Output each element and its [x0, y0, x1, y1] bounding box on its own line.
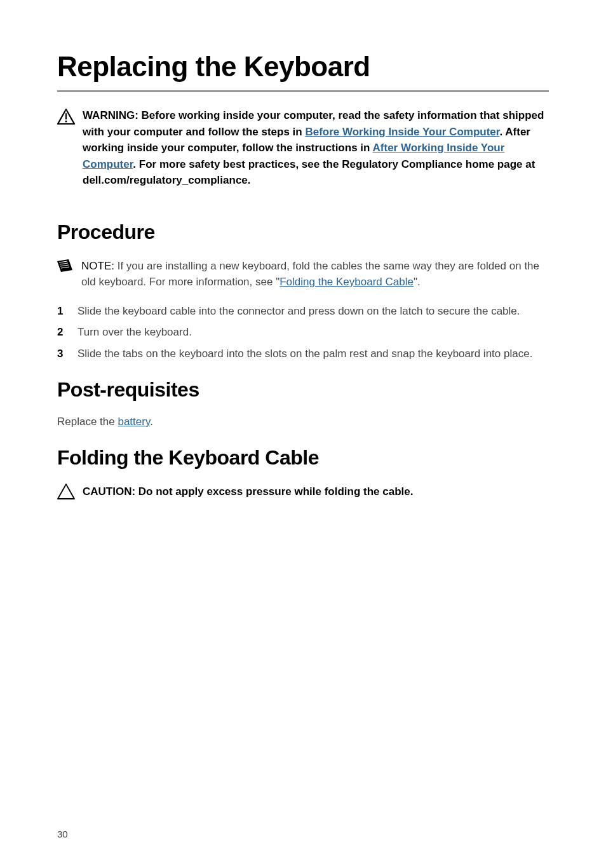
step-item: Turn over the keyboard. [57, 324, 549, 341]
link-folding-cable[interactable]: Folding the Keyboard Cable [279, 276, 414, 288]
note-label: NOTE: [81, 260, 118, 272]
step-text: Slide the keyboard cable into the connec… [77, 303, 520, 320]
warning-text: WARNING: Before working inside your comp… [83, 107, 549, 189]
postreq-prefix: Replace the [57, 416, 118, 428]
warning-icon [57, 109, 75, 125]
page-title: Replacing the Keyboard [57, 51, 549, 92]
procedure-steps: Slide the keyboard cable into the connec… [57, 303, 549, 362]
warning-block: WARNING: Before working inside your comp… [57, 107, 549, 189]
postreq-heading: Post-requisites [57, 378, 549, 402]
link-battery[interactable]: battery [118, 416, 150, 428]
caution-icon [57, 484, 75, 500]
postreq-text: Replace the battery. [57, 416, 549, 428]
svg-point-1 [65, 121, 67, 123]
folding-heading: Folding the Keyboard Cable [57, 446, 549, 470]
caution-text: CAUTION: Do not apply excess pressure wh… [83, 484, 414, 500]
warning-suffix: . For more safety best practices, see th… [83, 158, 535, 187]
step-item: Slide the tabs on the keyboard into the … [57, 346, 549, 362]
caution-block: CAUTION: Do not apply excess pressure wh… [57, 484, 549, 500]
link-before-working[interactable]: Before Working Inside Your Computer [305, 126, 499, 138]
postreq-suffix: . [150, 416, 153, 428]
note-block: NOTE: If you are installing a new keyboa… [57, 258, 549, 290]
page-number: 30 [57, 829, 68, 839]
step-text: Turn over the keyboard. [77, 324, 192, 341]
step-item: Slide the keyboard cable into the connec… [57, 303, 549, 320]
note-text: NOTE: If you are installing a new keyboa… [81, 258, 549, 290]
note-text-2: ". [414, 276, 421, 288]
note-icon [57, 259, 72, 272]
procedure-heading: Procedure [57, 220, 549, 244]
step-text: Slide the tabs on the keyboard into the … [77, 346, 532, 362]
